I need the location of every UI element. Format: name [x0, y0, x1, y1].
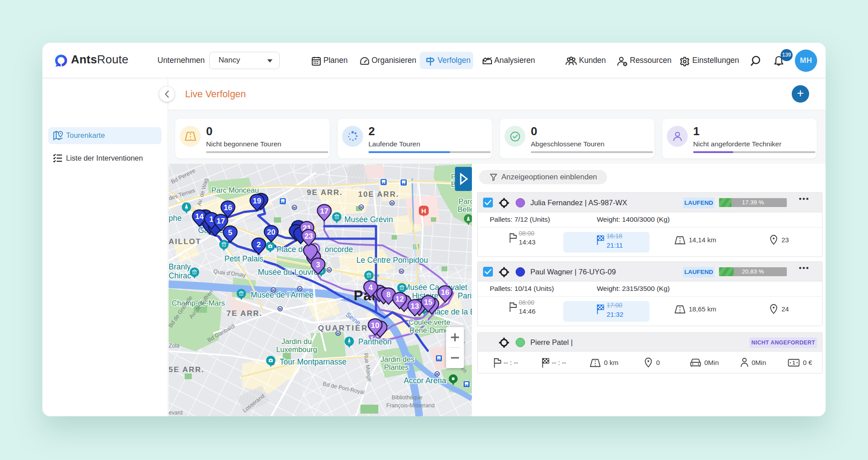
svg-text:12: 12 [396, 295, 404, 303]
svg-text:Plantes: Plantes [384, 363, 409, 371]
svg-text:13: 13 [411, 302, 419, 311]
svg-text:23: 23 [305, 232, 313, 240]
svg-text:Parc: Parc [459, 197, 472, 205]
svg-text:2: 2 [256, 240, 260, 249]
svg-text:1: 1 [209, 215, 213, 224]
svg-text:16: 16 [441, 288, 450, 297]
svg-text:Bibliothèque: Bibliothèque [392, 394, 422, 401]
svg-text:16: 16 [224, 203, 232, 212]
svg-text:Place de: Place de [277, 245, 307, 254]
svg-text:Paris: Paris [458, 291, 472, 300]
svg-text:17: 17 [217, 217, 225, 225]
svg-text:Parc Monceau: Parc Monceau [211, 186, 259, 194]
svg-text:Jardin du: Jardin du [281, 337, 312, 345]
svg-text:7E ARR.: 7E ARR. [227, 309, 262, 318]
svg-text:evard: evard [169, 410, 182, 416]
svg-text:15: 15 [424, 298, 433, 307]
svg-text:François-Mitterrand: François-Mitterrand [386, 402, 434, 409]
svg-text:Tour Montparnasse: Tour Montparnasse [280, 357, 347, 366]
svg-text:lace de la B: lace de la B [434, 307, 472, 316]
svg-text:10: 10 [371, 321, 380, 330]
svg-text:AILLOT: AILLOT [169, 237, 201, 246]
svg-text:14: 14 [195, 212, 204, 221]
svg-text:Panthéon: Panthéon [358, 337, 392, 346]
svg-text:Zola: Zola [169, 343, 179, 349]
svg-text:5: 5 [228, 228, 232, 237]
svg-text:Le Centre Pompidou: Le Centre Pompidou [356, 256, 428, 265]
svg-text:Accor Arena: Accor Arena [404, 376, 446, 385]
svg-text:8: 8 [386, 290, 390, 299]
svg-text:19: 19 [253, 197, 261, 205]
svg-text:20: 20 [267, 228, 276, 236]
svg-text:Jardin des: Jardin des [380, 355, 414, 363]
svg-text:Musée Ca: Musée Ca [404, 283, 439, 292]
svg-text:Coulée verte: Coulée verte [409, 318, 451, 326]
svg-text:Musée de l’Armée: Musée de l’Armée [251, 290, 314, 299]
svg-text:H: H [422, 207, 426, 215]
svg-text:Branly: Branly [169, 262, 191, 271]
svg-text:Musée Grévin: Musée Grévin [344, 215, 393, 224]
svg-text:1: 1 [793, 361, 795, 365]
svg-text:Belle: Belle [458, 205, 472, 213]
svg-text:oncorde: oncorde [325, 245, 353, 254]
svg-text:4: 4 [368, 283, 373, 292]
svg-text:Musée du Louvre: Musée du Louvre [258, 268, 318, 277]
svg-text:Luxembourg: Luxembourg [276, 345, 317, 353]
svg-text:René-Dumo: René-Dumo [409, 326, 449, 334]
svg-text:3: 3 [316, 261, 320, 269]
svg-text:17: 17 [320, 207, 329, 215]
svg-text:Petit Palais: Petit Palais [224, 254, 264, 263]
svg-text:Chirac: Chirac [169, 271, 191, 280]
svg-text:5E ARR.: 5E ARR. [169, 365, 204, 374]
svg-text:10E ARR.: 10E ARR. [358, 190, 399, 199]
svg-text:9E ARR.: 9E ARR. [307, 188, 343, 197]
svg-text:phe: phe [169, 214, 182, 223]
